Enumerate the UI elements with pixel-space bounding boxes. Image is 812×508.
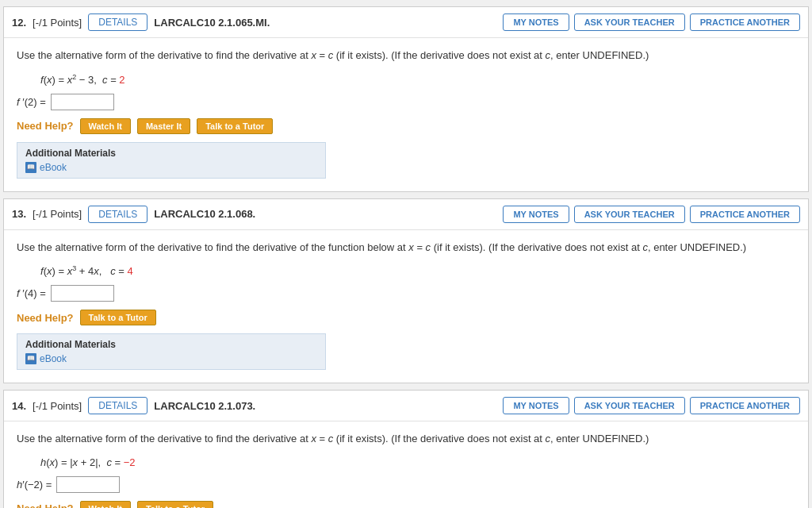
problem-13-additional-materials: Additional Materials 📖 eBook — [17, 333, 326, 370]
problem-13-answer-input[interactable] — [51, 285, 114, 302]
problem-12-instruction: Use the alternative form of the derivati… — [17, 48, 795, 64]
problem-12-ebook-link[interactable]: 📖 eBook — [25, 162, 317, 173]
problem-13-ebook-link[interactable]: 📖 eBook — [25, 353, 317, 364]
problem-12-additional-materials-title: Additional Materials — [25, 148, 317, 159]
problem-13-practice-another-button[interactable]: PRACTICE ANOTHER — [690, 206, 800, 223]
problem-14-my-notes-button[interactable]: MY NOTES — [503, 397, 569, 414]
problem-13-additional-materials-title: Additional Materials — [25, 339, 317, 350]
problem-14-function: h(x) = |x + 2|, c = −2 — [40, 455, 795, 471]
problem-13-id: LARCALC10 2.1.068. — [154, 208, 496, 220]
problem-12: 12. [-/1 Points] DETAILS LARCALC10 2.1.0… — [3, 6, 809, 192]
problem-14: 14. [-/1 Points] DETAILS LARCALC10 2.1.0… — [3, 390, 809, 508]
problem-13-points: [-/1 Points] — [33, 208, 82, 220]
ebook-icon-13: 📖 — [25, 353, 36, 364]
problem-12-actions: MY NOTES ASK YOUR TEACHER PRACTICE ANOTH… — [503, 13, 800, 31]
problem-14-practice-another-button[interactable]: PRACTICE ANOTHER — [690, 397, 800, 414]
problem-13-header: 13. [-/1 Points] DETAILS LARCALC10 2.1.0… — [4, 199, 808, 230]
problem-14-answer-label: h′(−2) = — [17, 479, 52, 491]
problem-12-talk-tutor-button[interactable]: Talk to a Tutor — [197, 118, 273, 134]
problem-13-need-help-label: Need Help? — [17, 312, 74, 324]
problem-14-details-button[interactable]: DETAILS — [88, 397, 147, 414]
problem-14-answer-input[interactable] — [56, 476, 120, 493]
problem-12-answer-input[interactable] — [51, 94, 114, 110]
problem-13-body: Use the alternative form of the derivati… — [4, 230, 808, 383]
problem-13-ask-teacher-button[interactable]: ASK YOUR TEACHER — [574, 206, 685, 223]
problem-12-ebook-label: eBook — [40, 162, 67, 173]
problem-12-practice-another-button[interactable]: PRACTICE ANOTHER — [690, 13, 800, 31]
problem-12-details-button[interactable]: DETAILS — [88, 13, 147, 31]
problem-14-answer-line: h′(−2) = — [17, 476, 795, 493]
problem-14-watch-it-button[interactable]: Watch It — [80, 501, 131, 508]
problem-14-talk-tutor-button[interactable]: Talk to a Tutor — [137, 501, 213, 508]
problem-14-header: 14. [-/1 Points] DETAILS LARCALC10 2.1.0… — [4, 391, 808, 421]
problem-14-id: LARCALC10 2.1.073. — [154, 400, 496, 412]
problem-13-function: f(x) = x3 + 4x, c = 4 — [40, 263, 795, 280]
problem-13-ebook-label: eBook — [40, 353, 67, 364]
problem-14-number: 14. — [12, 400, 26, 412]
problem-13: 13. [-/1 Points] DETAILS LARCALC10 2.1.0… — [3, 198, 809, 384]
problem-12-header: 12. [-/1 Points] DETAILS LARCALC10 2.1.0… — [4, 7, 808, 38]
problem-14-ask-teacher-button[interactable]: ASK YOUR TEACHER — [574, 397, 685, 414]
problem-14-actions: MY NOTES ASK YOUR TEACHER PRACTICE ANOTH… — [503, 397, 800, 414]
problem-12-answer-line: f ′(2) = — [17, 94, 795, 110]
problem-12-need-help-label: Need Help? — [17, 120, 74, 132]
problem-13-actions: MY NOTES ASK YOUR TEACHER PRACTICE ANOTH… — [503, 206, 800, 223]
problem-14-instruction: Use the alternative form of the derivati… — [17, 431, 795, 447]
ebook-icon: 📖 — [25, 162, 36, 173]
problem-14-need-help-label: Need Help? — [17, 502, 74, 508]
problem-12-additional-materials: Additional Materials 📖 eBook — [17, 142, 326, 179]
problem-13-my-notes-button[interactable]: MY NOTES — [503, 206, 569, 223]
problem-12-master-it-button[interactable]: Master It — [137, 118, 190, 134]
problem-12-points: [-/1 Points] — [33, 17, 82, 29]
problem-12-my-notes-button[interactable]: MY NOTES — [503, 13, 569, 31]
problem-12-watch-it-button[interactable]: Watch It — [80, 118, 131, 134]
problem-14-need-help: Need Help? Watch It Talk to a Tutor — [17, 501, 795, 508]
problem-14-body: Use the alternative form of the derivati… — [4, 421, 808, 508]
problem-12-number: 12. — [12, 17, 26, 29]
problem-13-answer-label: f ′(4) = — [17, 287, 46, 299]
problem-12-body: Use the alternative form of the derivati… — [4, 38, 808, 191]
problem-12-id: LARCALC10 2.1.065.MI. — [154, 17, 496, 29]
problem-13-number: 13. — [12, 208, 26, 220]
problem-12-ask-teacher-button[interactable]: ASK YOUR TEACHER — [574, 13, 685, 31]
problem-13-details-button[interactable]: DETAILS — [88, 206, 147, 223]
problem-14-points: [-/1 Points] — [33, 400, 82, 412]
problem-12-need-help: Need Help? Watch It Master It Talk to a … — [17, 118, 795, 134]
problem-12-function: f(x) = x2 − 3, c = 2 — [40, 71, 795, 89]
problem-13-instruction: Use the alternative form of the derivati… — [17, 240, 795, 256]
problem-13-need-help: Need Help? Talk to a Tutor — [17, 310, 795, 325]
problem-13-answer-line: f ′(4) = — [17, 285, 795, 302]
problem-13-talk-tutor-button[interactable]: Talk to a Tutor — [80, 310, 156, 325]
problem-12-answer-label: f ′(2) = — [17, 96, 46, 108]
